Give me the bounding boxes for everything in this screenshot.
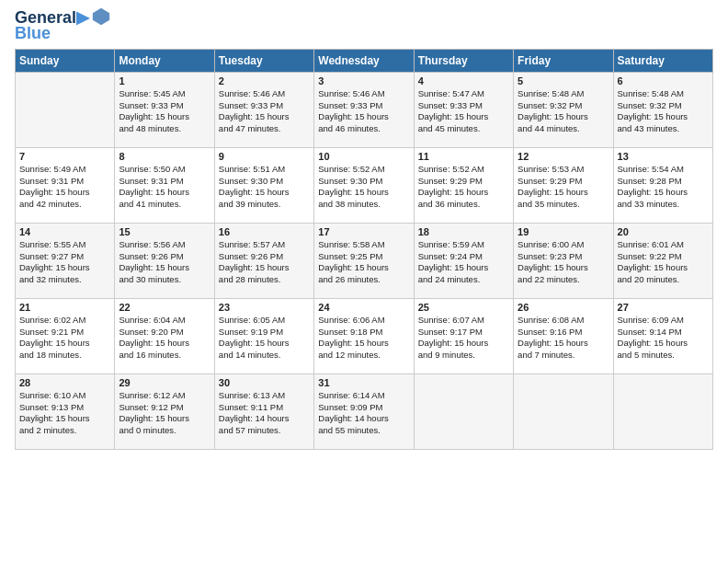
cell-info: Sunrise: 5:45 AM Sunset: 9:33 PM Dayligh…	[119, 88, 210, 135]
calendar-cell: 12Sunrise: 5:53 AM Sunset: 9:29 PM Dayli…	[514, 147, 613, 223]
cell-info: Sunrise: 5:59 AM Sunset: 9:24 PM Dayligh…	[418, 239, 509, 286]
day-number: 17	[318, 226, 409, 237]
calendar-cell: 2Sunrise: 5:46 AM Sunset: 9:33 PM Daylig…	[214, 72, 313, 147]
cell-info: Sunrise: 6:06 AM Sunset: 9:18 PM Dayligh…	[318, 315, 409, 362]
cell-info: Sunrise: 6:02 AM Sunset: 9:21 PM Dayligh…	[19, 315, 110, 362]
calendar-week-row: 1Sunrise: 5:45 AM Sunset: 9:33 PM Daylig…	[16, 72, 713, 147]
cell-info: Sunrise: 6:10 AM Sunset: 9:13 PM Dayligh…	[19, 390, 110, 437]
calendar-cell: 21Sunrise: 6:02 AM Sunset: 9:21 PM Dayli…	[16, 298, 115, 373]
day-number: 19	[518, 226, 609, 237]
cell-info: Sunrise: 6:09 AM Sunset: 9:14 PM Dayligh…	[618, 315, 709, 362]
calendar-cell: 30Sunrise: 6:13 AM Sunset: 9:11 PM Dayli…	[214, 373, 313, 449]
day-number: 18	[418, 226, 509, 237]
calendar-cell: 22Sunrise: 6:04 AM Sunset: 9:20 PM Dayli…	[115, 298, 214, 373]
cell-info: Sunrise: 6:13 AM Sunset: 9:11 PM Dayligh…	[219, 390, 310, 437]
column-header-friday: Friday	[514, 49, 613, 72]
column-header-thursday: Thursday	[414, 49, 513, 72]
day-number: 8	[119, 151, 210, 162]
cell-info: Sunrise: 5:58 AM Sunset: 9:25 PM Dayligh…	[318, 239, 409, 286]
day-number: 16	[219, 226, 310, 237]
column-header-monday: Monday	[115, 49, 214, 72]
column-header-tuesday: Tuesday	[214, 49, 313, 72]
cell-info: Sunrise: 6:05 AM Sunset: 9:19 PM Dayligh…	[219, 315, 310, 362]
cell-info: Sunrise: 5:46 AM Sunset: 9:33 PM Dayligh…	[219, 88, 310, 135]
calendar-cell: 17Sunrise: 5:58 AM Sunset: 9:25 PM Dayli…	[314, 223, 414, 298]
calendar-table: SundayMondayTuesdayWednesdayThursdayFrid…	[15, 49, 713, 450]
calendar-cell: 19Sunrise: 6:00 AM Sunset: 9:23 PM Dayli…	[514, 223, 613, 298]
day-number: 13	[618, 151, 709, 162]
day-number: 21	[19, 302, 110, 313]
calendar-cell: 10Sunrise: 5:52 AM Sunset: 9:30 PM Dayli…	[314, 147, 414, 223]
cell-info: Sunrise: 5:56 AM Sunset: 9:26 PM Dayligh…	[119, 239, 210, 286]
day-number: 1	[119, 75, 210, 86]
day-number: 26	[518, 302, 609, 313]
day-number: 9	[219, 151, 310, 162]
cell-info: Sunrise: 6:14 AM Sunset: 9:09 PM Dayligh…	[318, 390, 409, 437]
calendar-week-row: 28Sunrise: 6:10 AM Sunset: 9:13 PM Dayli…	[16, 373, 713, 449]
calendar-cell: 20Sunrise: 6:01 AM Sunset: 9:22 PM Dayli…	[613, 223, 712, 298]
calendar-week-row: 14Sunrise: 5:55 AM Sunset: 9:27 PM Dayli…	[16, 223, 713, 298]
calendar-cell: 27Sunrise: 6:09 AM Sunset: 9:14 PM Dayli…	[613, 298, 712, 373]
cell-info: Sunrise: 5:46 AM Sunset: 9:33 PM Dayligh…	[318, 88, 409, 135]
cell-info: Sunrise: 5:55 AM Sunset: 9:27 PM Dayligh…	[19, 239, 110, 286]
day-number: 29	[119, 377, 210, 388]
calendar-cell: 23Sunrise: 6:05 AM Sunset: 9:19 PM Dayli…	[214, 298, 313, 373]
calendar-cell: 3Sunrise: 5:46 AM Sunset: 9:33 PM Daylig…	[314, 72, 414, 147]
cell-info: Sunrise: 5:52 AM Sunset: 9:30 PM Dayligh…	[318, 164, 409, 211]
day-number: 25	[418, 302, 509, 313]
cell-info: Sunrise: 5:49 AM Sunset: 9:31 PM Dayligh…	[19, 164, 110, 211]
page-header: General▶ Blue	[15, 9, 713, 43]
calendar-cell: 1Sunrise: 5:45 AM Sunset: 9:33 PM Daylig…	[115, 72, 214, 147]
cell-info: Sunrise: 5:57 AM Sunset: 9:26 PM Dayligh…	[219, 239, 310, 286]
cell-info: Sunrise: 5:50 AM Sunset: 9:31 PM Dayligh…	[119, 164, 210, 211]
calendar-week-row: 21Sunrise: 6:02 AM Sunset: 9:21 PM Dayli…	[16, 298, 713, 373]
day-number: 14	[19, 226, 110, 237]
day-number: 12	[518, 151, 609, 162]
calendar-cell	[514, 373, 613, 449]
calendar-cell: 5Sunrise: 5:48 AM Sunset: 9:32 PM Daylig…	[514, 72, 613, 147]
calendar-cell: 8Sunrise: 5:50 AM Sunset: 9:31 PM Daylig…	[115, 147, 214, 223]
day-number: 5	[518, 75, 609, 86]
day-number: 4	[418, 75, 509, 86]
calendar-cell: 25Sunrise: 6:07 AM Sunset: 9:17 PM Dayli…	[414, 298, 513, 373]
cell-info: Sunrise: 5:48 AM Sunset: 9:32 PM Dayligh…	[518, 88, 609, 135]
calendar-cell: 31Sunrise: 6:14 AM Sunset: 9:09 PM Dayli…	[314, 373, 414, 449]
calendar-week-row: 7Sunrise: 5:49 AM Sunset: 9:31 PM Daylig…	[16, 147, 713, 223]
column-header-wednesday: Wednesday	[314, 49, 414, 72]
day-number: 10	[318, 151, 409, 162]
day-number: 22	[119, 302, 210, 313]
day-number: 7	[19, 151, 110, 162]
calendar-cell: 15Sunrise: 5:56 AM Sunset: 9:26 PM Dayli…	[115, 223, 214, 298]
calendar-cell: 9Sunrise: 5:51 AM Sunset: 9:30 PM Daylig…	[214, 147, 313, 223]
calendar-cell: 24Sunrise: 6:06 AM Sunset: 9:18 PM Dayli…	[314, 298, 414, 373]
cell-info: Sunrise: 5:51 AM Sunset: 9:30 PM Dayligh…	[219, 164, 310, 211]
day-number: 31	[318, 377, 409, 388]
calendar-cell: 13Sunrise: 5:54 AM Sunset: 9:28 PM Dayli…	[613, 147, 712, 223]
cell-info: Sunrise: 6:12 AM Sunset: 9:12 PM Dayligh…	[119, 390, 210, 437]
cell-info: Sunrise: 5:52 AM Sunset: 9:29 PM Dayligh…	[418, 164, 509, 211]
calendar-cell: 28Sunrise: 6:10 AM Sunset: 9:13 PM Dayli…	[16, 373, 115, 449]
calendar-cell: 16Sunrise: 5:57 AM Sunset: 9:26 PM Dayli…	[214, 223, 313, 298]
column-header-sunday: Sunday	[16, 49, 115, 72]
day-number: 24	[318, 302, 409, 313]
calendar-cell: 29Sunrise: 6:12 AM Sunset: 9:12 PM Dayli…	[115, 373, 214, 449]
calendar-cell: 6Sunrise: 5:48 AM Sunset: 9:32 PM Daylig…	[613, 72, 712, 147]
calendar-cell: 18Sunrise: 5:59 AM Sunset: 9:24 PM Dayli…	[414, 223, 513, 298]
calendar-header-row: SundayMondayTuesdayWednesdayThursdayFrid…	[16, 49, 713, 72]
logo-icon	[91, 6, 111, 27]
calendar-cell: 11Sunrise: 5:52 AM Sunset: 9:29 PM Dayli…	[414, 147, 513, 223]
calendar-cell	[613, 373, 712, 449]
day-number: 28	[19, 377, 110, 388]
cell-info: Sunrise: 5:54 AM Sunset: 9:28 PM Dayligh…	[618, 164, 709, 211]
calendar-cell: 7Sunrise: 5:49 AM Sunset: 9:31 PM Daylig…	[16, 147, 115, 223]
cell-info: Sunrise: 6:04 AM Sunset: 9:20 PM Dayligh…	[119, 315, 210, 362]
calendar-cell	[16, 72, 115, 147]
logo: General▶ Blue	[15, 9, 111, 43]
cell-info: Sunrise: 6:00 AM Sunset: 9:23 PM Dayligh…	[518, 239, 609, 286]
cell-info: Sunrise: 6:08 AM Sunset: 9:16 PM Dayligh…	[518, 315, 609, 362]
day-number: 11	[418, 151, 509, 162]
calendar-cell: 4Sunrise: 5:47 AM Sunset: 9:33 PM Daylig…	[414, 72, 513, 147]
cell-info: Sunrise: 6:01 AM Sunset: 9:22 PM Dayligh…	[618, 239, 709, 286]
day-number: 3	[318, 75, 409, 86]
calendar-cell	[414, 373, 513, 449]
